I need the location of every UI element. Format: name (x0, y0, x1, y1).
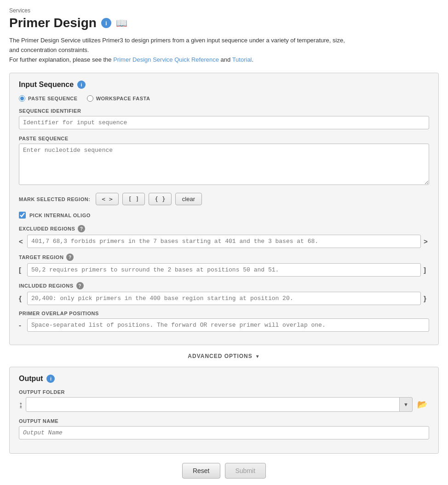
output-folder-label: OUTPUT FOLDER (19, 389, 429, 395)
breadcrumb: Services (9, 7, 439, 14)
paste-sequence-label: PASTE SEQUENCE (28, 96, 78, 101)
included-regions-section: INCLUDED REGIONS ? { } (19, 282, 429, 305)
clear-button[interactable]: clear (175, 193, 202, 205)
sequence-identifier-group: SEQUENCE IDENTIFIER (19, 108, 429, 129)
pick-internal-oligo-label: PICK INTERNAL OLIGO (29, 213, 91, 218)
excluded-regions-help-icon[interactable]: ? (78, 225, 85, 232)
primer-overlap-section: PRIMER OVERLAP POSITIONS - (19, 311, 429, 332)
target-bracket-left: [ (19, 266, 24, 274)
action-row: Reset Submit (9, 463, 439, 485)
sort-icon: ↨ (19, 400, 23, 410)
advanced-options-chevron: ▼ (255, 354, 260, 359)
mark-square-button[interactable]: [ ] (122, 193, 145, 205)
input-info-icon[interactable]: i (77, 81, 86, 89)
output-folder-browse-button[interactable]: 📂 (415, 398, 429, 410)
workspace-fasta-label: WORKSPACE FASTA (96, 96, 150, 101)
input-sequence-title: Input Sequence (19, 81, 74, 89)
output-folder-input[interactable] (26, 397, 400, 412)
target-bracket-right: ] (424, 266, 429, 274)
included-bracket-right: } (424, 294, 429, 302)
primer-overlap-bracket: - (19, 321, 24, 329)
output-name-input[interactable] (19, 426, 429, 439)
advanced-options-label: ADVANCED OPTIONS (188, 353, 252, 359)
paste-sequence-textarea[interactable] (19, 144, 429, 185)
output-folder-group: OUTPUT FOLDER ↨ ▼ 📂 (19, 389, 429, 412)
included-regions-label: INCLUDED REGIONS (19, 283, 74, 289)
paste-sequence-field-label: PASTE SEQUENCE (19, 136, 429, 141)
included-regions-input[interactable] (27, 292, 421, 305)
tutorial-icon[interactable]: 📖 (116, 17, 127, 29)
target-region-label: TARGET REGION (19, 254, 63, 260)
excluded-regions-section: EXCLUDED REGIONS ? < > (19, 225, 429, 248)
excluded-regions-label: EXCLUDED REGIONS (19, 226, 75, 231)
mark-curly-button[interactable]: { } (149, 193, 171, 205)
workspace-fasta-option[interactable]: WORKSPACE FASTA (87, 95, 150, 102)
included-regions-help-icon[interactable]: ? (76, 282, 84, 289)
mark-region-row: MARK SELECTED REGION: < > [ ] { } clear (19, 193, 429, 205)
advanced-options-button[interactable]: ADVANCED OPTIONS ▼ (188, 353, 260, 359)
quick-reference-link[interactable]: Primer Design Service Quick Reference (113, 56, 219, 63)
pick-internal-oligo-row: PICK INTERNAL OLIGO (19, 212, 429, 219)
advanced-options-bar: ADVANCED OPTIONS ▼ (9, 352, 439, 359)
output-name-group: OUTPUT NAME (19, 418, 429, 439)
paste-sequence-group: PASTE SEQUENCE (19, 136, 429, 186)
submit-button[interactable]: Submit (225, 463, 266, 479)
output-info-icon[interactable]: i (46, 375, 55, 383)
output-folder-select-wrapper: ▼ (26, 397, 413, 412)
paste-sequence-option[interactable]: PASTE SEQUENCE (19, 95, 78, 102)
tutorial-link[interactable]: Tutorial (232, 56, 252, 63)
pick-internal-oligo-checkbox[interactable] (19, 212, 26, 219)
workspace-fasta-radio[interactable] (87, 95, 93, 102)
included-bracket-left: { (19, 294, 24, 302)
mark-region-label: MARK SELECTED REGION: (19, 196, 90, 202)
info-icon[interactable]: i (101, 18, 111, 28)
paste-sequence-radio[interactable] (19, 95, 25, 102)
primer-overlap-label: PRIMER OVERLAP POSITIONS (19, 311, 99, 316)
output-name-label: OUTPUT NAME (19, 418, 429, 424)
primer-overlap-input[interactable] (27, 318, 429, 332)
target-region-section: TARGET REGION ? [ ] (19, 254, 429, 277)
excluded-regions-input[interactable] (27, 235, 421, 248)
page-title: Primer Design (9, 16, 97, 30)
output-title: Output (19, 375, 43, 383)
target-region-help-icon[interactable]: ? (66, 254, 74, 261)
output-folder-dropdown-arrow[interactable]: ▼ (399, 397, 413, 412)
sequence-identifier-label: SEQUENCE IDENTIFIER (19, 108, 429, 114)
description: The Primer Design Service utilizes Prime… (9, 36, 439, 64)
input-sequence-panel: Input Sequence i PASTE SEQUENCE WORKSPAC… (9, 73, 439, 345)
output-panel: Output i OUTPUT FOLDER ↨ ▼ 📂 OUTPUT NAME (9, 367, 439, 454)
mark-angle-button[interactable]: < > (96, 193, 118, 205)
excluded-bracket-left: < (19, 237, 24, 245)
excluded-bracket-right: > (424, 237, 429, 245)
sequence-identifier-input[interactable] (19, 116, 429, 129)
reset-button[interactable]: Reset (182, 463, 220, 479)
target-region-input[interactable] (27, 263, 421, 277)
sequence-type-radio-group: PASTE SEQUENCE WORKSPACE FASTA (19, 95, 429, 102)
